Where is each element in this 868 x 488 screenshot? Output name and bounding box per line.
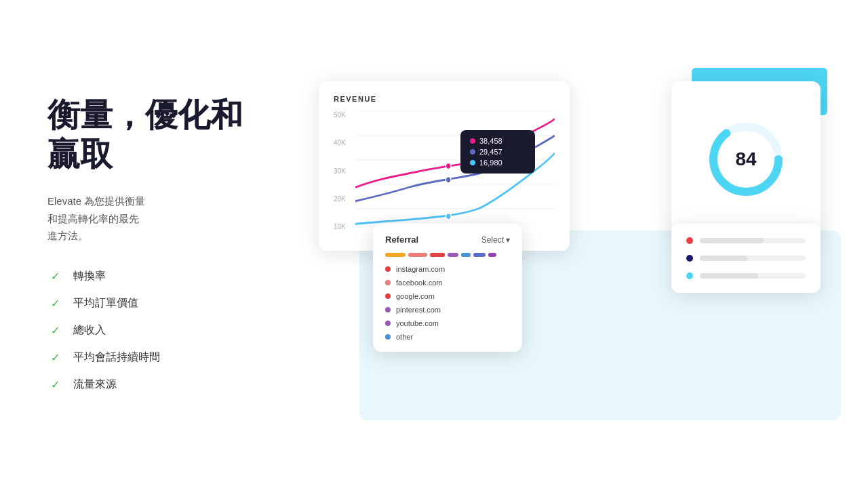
stat-bar-fill [700,256,747,261]
referral-domain: google.com [396,292,435,300]
referral-item: youtube.com [385,319,510,327]
referral-item: instagram.com [385,265,510,273]
chart-tooltip: 38,458 29,457 16,980 [460,130,535,174]
tooltip-dot-1 [470,138,475,144]
chart-area: 50K 40K 30K 20K 10K [334,111,555,233]
referral-domain: pinterest.com [396,306,441,314]
stat-row [686,237,806,244]
left-section: 衡量，優化和 贏取 Elevate 為您提供衡量和提高轉化率的最先進方法。 ✓ … [47,96,278,392]
page-container: 衡量，優化和 贏取 Elevate 為您提供衡量和提高轉化率的最先進方法。 ✓ … [0,0,868,488]
select-button[interactable]: Select ▾ [481,235,510,245]
feature-list: ✓ 轉換率 ✓ 平均訂單價值 ✓ 總收入 ✓ 平均會話持續時間 ✓ 流量來源 [47,269,278,392]
description: Elevate 為您提供衡量和提高轉化率的最先進方法。 [47,192,278,245]
color-segment [408,253,427,257]
revenue-label: REVENUE [334,95,555,103]
referral-dot [385,280,391,285]
referral-item: other [385,333,510,341]
referral-card: Referral Select ▾ instagram.com facebook… [373,224,522,352]
color-segment [473,253,486,257]
feature-item-avg-order: ✓ 平均訂單價值 [47,296,278,311]
feature-label: 總收入 [73,323,106,338]
stat-bar-bg [700,273,806,279]
stat-bar-bg [700,238,806,243]
donut-number: 84 [735,148,756,170]
referral-dot [385,321,391,326]
color-segment [430,253,445,257]
color-segment [461,253,471,257]
referral-domain: facebook.com [396,279,442,287]
referral-dot [385,334,391,340]
svg-point-7 [446,214,451,220]
tooltip-row-2: 29,457 [470,148,526,156]
check-icon: ✓ [47,350,62,365]
chart-svg-area: 38,458 29,457 16,980 [355,111,555,233]
referral-dot [385,266,391,272]
main-title: 衡量，優化和 贏取 [47,96,278,174]
stat-bar-fill [700,273,758,279]
referral-item: facebook.com [385,279,510,287]
referral-domain: other [396,333,413,341]
stats-card [671,224,821,293]
feature-label: 轉換率 [73,269,106,283]
stat-row [686,255,806,262]
stat-row [686,272,806,279]
stat-bar-bg [700,256,806,261]
color-segment [385,253,406,257]
check-icon: ✓ [47,378,62,392]
svg-point-6 [446,177,451,183]
svg-point-5 [446,163,451,169]
feature-item-conversion: ✓ 轉換率 [47,269,278,284]
stat-bar-fill [700,238,764,243]
color-dots-row [385,253,510,257]
feature-label: 平均訂單價值 [73,296,138,310]
check-icon: ✓ [47,323,62,338]
tooltip-row-1: 38,458 [470,137,526,145]
stat-dot [686,272,693,279]
tooltip-row-3: 16,980 [470,159,526,167]
color-segment [448,253,458,257]
feature-item-revenue: ✓ 總收入 [47,323,278,338]
referral-item: pinterest.com [385,306,510,314]
tooltip-dot-3 [470,160,475,165]
referral-list: instagram.com facebook.com google.com pi… [385,265,510,341]
referral-dot [385,307,391,312]
check-icon: ✓ [47,269,62,284]
feature-label: 流量來源 [73,378,117,392]
right-section: REVENUE 50K 40K 30K 20K 10K [319,68,821,420]
check-icon: ✓ [47,296,62,311]
referral-domain: youtube.com [396,319,439,327]
stat-dot [686,255,693,262]
feature-item-session: ✓ 平均會話持續時間 [47,350,278,365]
donut-wrapper: 84 [705,119,787,200]
feature-label: 平均會話持續時間 [73,350,160,365]
referral-header: Referral Select ▾ [385,235,510,245]
color-segment [488,253,496,257]
feature-item-traffic: ✓ 流量來源 [47,378,278,392]
stat-dot [686,237,693,244]
tooltip-dot-2 [470,149,475,155]
chart-y-labels: 50K 40K 30K 20K 10K [334,111,346,233]
donut-card: 84 [671,81,821,237]
referral-domain: instagram.com [396,265,445,273]
referral-dot [385,293,391,299]
referral-title: Referral [385,235,418,245]
referral-item: google.com [385,292,510,300]
